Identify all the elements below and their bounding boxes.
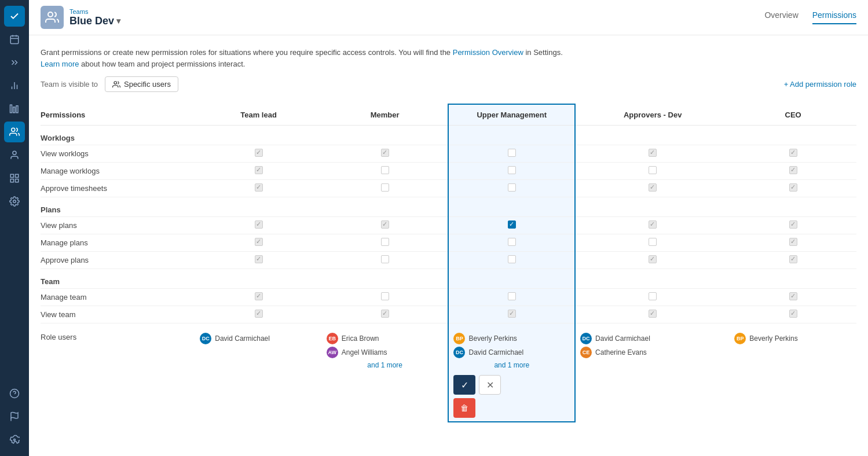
sidebar-icon-bar-chart[interactable] <box>4 75 25 96</box>
svg-rect-9 <box>16 106 18 113</box>
team-name[interactable]: Blue Dev ▾ <box>69 15 120 27</box>
visibility-badge[interactable]: Specific users <box>105 76 178 92</box>
team-header-left: Teams Blue Dev ▾ <box>41 6 120 29</box>
checkbox-view-plans-member[interactable] <box>381 220 389 229</box>
sidebar-icon-question[interactable] <box>4 383 25 404</box>
delete-button[interactable]: 🗑 <box>453 398 475 418</box>
checkbox-approve-plans-approvers[interactable] <box>649 255 657 263</box>
checkbox-approve-plans-upper[interactable] <box>508 255 516 263</box>
sidebar-icon-check[interactable] <box>4 6 25 27</box>
sidebar-icon-layers[interactable] <box>4 52 25 73</box>
checkbox-approve-plans-member[interactable] <box>381 255 389 263</box>
sidebar-icon-bar-chart2[interactable] <box>4 98 25 119</box>
sidebar-icon-flag[interactable] <box>4 406 25 427</box>
team-info: Teams Blue Dev ▾ <box>69 8 120 27</box>
table-row: Manage worklogs <box>41 163 856 180</box>
chevron-down-icon: ▾ <box>116 16 120 25</box>
checkbox-manage-team-ceo[interactable] <box>789 292 797 300</box>
checkbox-view-team-teamlead[interactable] <box>255 310 263 318</box>
table-row: Manage plans <box>41 234 856 252</box>
plans-label: Plans <box>41 197 195 217</box>
col-header-permissions: Permissions <box>41 104 195 126</box>
sidebar-icon-rocket[interactable] <box>4 429 25 450</box>
avatar: DC <box>580 333 592 344</box>
checkbox-manage-team-approvers[interactable] <box>649 292 657 300</box>
checkbox-manage-worklogs-approvers[interactable] <box>649 166 657 174</box>
checkbox-approve-plans-ceo[interactable] <box>789 255 797 263</box>
action-buttons: ✓ ✕ <box>453 375 570 395</box>
user-entry: AW Angel Williams <box>327 347 444 358</box>
confirm-button[interactable]: ✓ <box>453 375 475 395</box>
permission-overview-link[interactable]: Permission Overview <box>453 48 523 57</box>
svg-rect-15 <box>16 179 19 182</box>
checkbox-view-worklogs-ceo[interactable] <box>789 149 797 157</box>
team-section-label: Team <box>41 269 195 289</box>
checkbox-view-plans-ceo[interactable] <box>789 220 797 229</box>
checkbox-manage-worklogs-teamlead[interactable] <box>255 166 263 174</box>
checkbox-manage-plans-ceo[interactable] <box>789 238 797 246</box>
checkbox-manage-plans-member[interactable] <box>381 238 389 246</box>
avatar: BP <box>453 333 465 344</box>
checkbox-approve-timesheets-member[interactable] <box>381 183 389 192</box>
nav-permissions[interactable]: Permissions <box>812 10 856 24</box>
worklogs-label: Worklogs <box>41 126 195 145</box>
checkbox-approve-timesheets-upper[interactable] <box>508 183 516 192</box>
and-more-link[interactable]: and 1 more <box>367 361 402 369</box>
svg-point-22 <box>114 81 117 84</box>
sidebar-icon-gear[interactable] <box>4 191 25 212</box>
checkbox-view-worklogs-teamlead[interactable] <box>255 149 263 157</box>
checkbox-manage-plans-approvers[interactable] <box>649 238 657 246</box>
sidebar-icon-calendar[interactable] <box>4 29 25 50</box>
checkbox-manage-team-teamlead[interactable] <box>255 292 263 300</box>
role-users-label: Role users <box>41 323 195 422</box>
users-small-icon <box>112 80 120 89</box>
col-header-upper-management: Upper Management <box>448 104 575 126</box>
checkbox-approve-plans-teamlead[interactable] <box>255 255 263 263</box>
add-permission-role-button[interactable]: + Add permission role <box>784 80 856 89</box>
checkbox-manage-worklogs-upper[interactable] <box>508 166 516 174</box>
checkbox-manage-team-upper[interactable] <box>508 292 516 300</box>
col-header-member: Member <box>322 104 449 126</box>
sidebar-icon-users[interactable] <box>4 122 25 142</box>
header-nav: Overview Permissions <box>764 10 856 24</box>
learn-more-link[interactable]: Learn more <box>41 60 79 68</box>
sidebar-icon-grid[interactable] <box>4 168 25 189</box>
cancel-button[interactable]: ✕ <box>479 375 501 395</box>
main-content: Teams Blue Dev ▾ Overview Permissions Gr… <box>29 0 868 456</box>
checkbox-manage-team-member[interactable] <box>381 292 389 300</box>
checkbox-view-plans-upper[interactable] <box>508 220 516 229</box>
svg-rect-13 <box>16 174 19 177</box>
approve-timesheets-label: Approve timesheets <box>41 180 195 197</box>
checkbox-manage-worklogs-member[interactable] <box>381 166 389 174</box>
checkbox-manage-plans-teamlead[interactable] <box>255 238 263 246</box>
checkbox-view-plans-approvers[interactable] <box>649 220 657 229</box>
and-more-link[interactable]: and 1 more <box>494 361 529 369</box>
section-worklogs-header: Worklogs <box>41 126 856 145</box>
checkbox-view-worklogs-approvers[interactable] <box>649 149 657 157</box>
table-row: View worklogs <box>41 145 856 163</box>
team-avatar <box>41 6 64 29</box>
avatar: EB <box>327 333 338 344</box>
svg-point-20 <box>14 439 16 441</box>
checkbox-manage-worklogs-ceo[interactable] <box>789 166 797 174</box>
user-entry: BP Beverly Perkins <box>453 333 570 344</box>
nav-overview[interactable]: Overview <box>764 10 798 24</box>
table-row: Approve plans <box>41 252 856 269</box>
checkbox-view-team-approvers[interactable] <box>649 310 657 318</box>
checkbox-approve-timesheets-teamlead[interactable] <box>255 183 263 192</box>
user-entry: DC David Carmichael <box>580 333 725 344</box>
manage-plans-label: Manage plans <box>41 234 195 252</box>
checkbox-view-plans-teamlead[interactable] <box>255 220 263 229</box>
checkbox-view-team-upper[interactable] <box>508 310 516 318</box>
checkbox-view-worklogs-upper[interactable] <box>508 149 516 157</box>
svg-point-10 <box>12 128 15 131</box>
checkbox-manage-plans-upper[interactable] <box>508 238 516 246</box>
checkbox-view-team-ceo[interactable] <box>789 310 797 318</box>
header: Teams Blue Dev ▾ Overview Permissions <box>29 0 868 35</box>
checkbox-view-team-member[interactable] <box>381 310 389 318</box>
permissions-table: Permissions Team lead Member Upper Manag… <box>41 104 856 422</box>
checkbox-approve-timesheets-approvers[interactable] <box>649 183 657 192</box>
sidebar-icon-person[interactable] <box>4 145 25 166</box>
checkbox-view-worklogs-member[interactable] <box>381 149 389 157</box>
checkbox-approve-timesheets-ceo[interactable] <box>789 183 797 192</box>
